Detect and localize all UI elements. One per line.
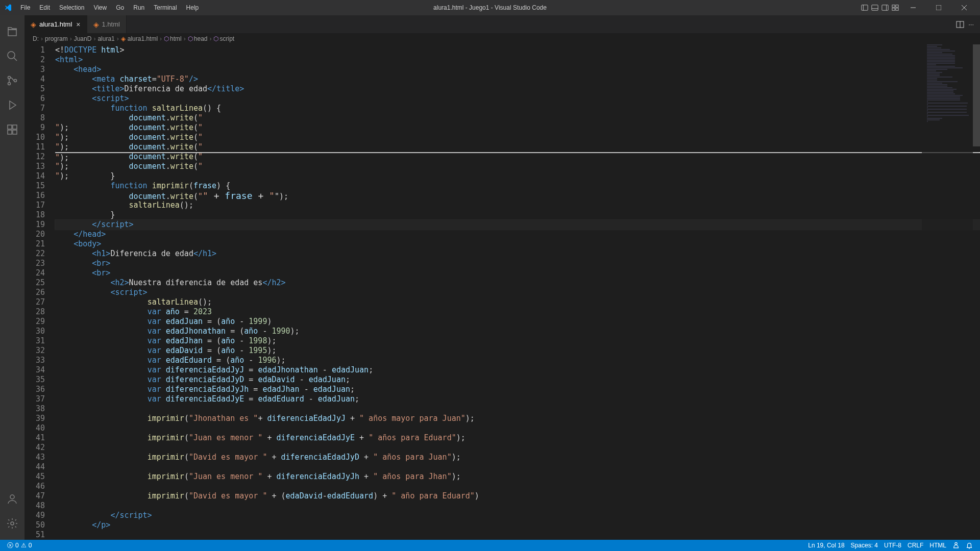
svg-point-18 [14, 80, 17, 82]
activity-extensions-icon[interactable] [0, 117, 24, 142]
symbol-icon: ⬡ [164, 35, 169, 42]
window-minimize-button[interactable] [901, 0, 925, 15]
svg-point-23 [10, 495, 14, 499]
svg-point-27 [955, 542, 957, 544]
layout-customize-icon[interactable] [891, 4, 899, 12]
svg-rect-6 [892, 5, 895, 7]
status-eol[interactable]: CRLF [904, 542, 926, 549]
breadcrumb-item[interactable]: script [219, 35, 234, 42]
svg-rect-20 [13, 125, 17, 129]
menu-help[interactable]: Help [182, 2, 203, 13]
status-language[interactable]: HTML [926, 542, 949, 549]
svg-rect-4 [882, 5, 888, 11]
symbol-icon: ⬡ [188, 35, 193, 42]
breadcrumb-item[interactable]: program [45, 35, 68, 42]
svg-rect-11 [936, 5, 941, 10]
html-file-icon: ◈ [31, 20, 36, 29]
status-errors[interactable]: ⓧ0⚠0 [4, 541, 35, 550]
breadcrumb-item[interactable]: D: [33, 35, 39, 42]
menu-terminal[interactable]: Terminal [150, 2, 181, 13]
activity-debug-icon[interactable] [0, 93, 24, 117]
split-editor-icon[interactable] [956, 20, 964, 29]
warning-icon: ⚠ [21, 542, 27, 549]
breadcrumb-item[interactable]: JuanD [74, 35, 92, 42]
svg-point-24 [11, 522, 14, 525]
code-editor[interactable]: 1234567891011121314151617181920212223242… [24, 44, 980, 540]
breadcrumb-item[interactable]: alura1 [97, 35, 114, 42]
editor-group: ◈alura1.html× ◈1.html ··· D:› program› J… [24, 15, 980, 540]
activity-bar [0, 15, 24, 540]
svg-rect-8 [892, 8, 895, 10]
scrollbar-thumb[interactable] [973, 44, 980, 146]
menu-selection[interactable]: Selection [55, 2, 88, 13]
menu-run[interactable]: Run [129, 2, 149, 13]
activity-source-control-icon[interactable] [0, 68, 24, 93]
window-maximize-button[interactable] [927, 0, 950, 15]
vscode-logo-icon [4, 4, 12, 12]
tab-bar: ◈alura1.html× ◈1.html ··· [24, 15, 980, 33]
svg-point-16 [8, 77, 11, 79]
svg-rect-9 [896, 8, 898, 10]
svg-point-17 [8, 83, 11, 85]
tab-label: 1.html [102, 20, 120, 28]
tab-alura1[interactable]: ◈alura1.html× [24, 15, 87, 33]
status-feedback-icon[interactable] [949, 542, 963, 549]
activity-explorer-icon[interactable] [0, 19, 24, 44]
symbol-icon: ⬡ [213, 35, 218, 42]
breadcrumbs[interactable]: D:› program› JuanD› alura1› ◈alura1.html… [24, 33, 980, 44]
layout-toggle-bottom-icon[interactable] [871, 4, 879, 12]
menu-edit[interactable]: Edit [35, 2, 54, 13]
svg-point-14 [8, 52, 15, 59]
svg-rect-19 [8, 125, 12, 129]
breadcrumb-item[interactable]: html [170, 35, 182, 42]
error-icon: ⓧ [7, 541, 13, 550]
status-encoding[interactable]: UTF-8 [881, 542, 904, 549]
tab-label: alura1.html [39, 20, 72, 28]
status-cursor-position[interactable]: Ln 19, Col 18 [805, 542, 847, 549]
tab-1html[interactable]: ◈1.html [87, 15, 127, 33]
activity-search-icon[interactable] [0, 44, 24, 68]
menu-bar: File Edit Selection View Go Run Terminal… [16, 2, 203, 13]
html-file-icon: ◈ [93, 20, 99, 29]
activity-settings-icon[interactable] [0, 511, 24, 536]
activity-account-icon[interactable] [0, 487, 24, 511]
menu-view[interactable]: View [89, 2, 111, 13]
svg-line-15 [14, 58, 17, 61]
line-numbers: 1234567891011121314151617181920212223242… [24, 44, 55, 540]
more-actions-icon[interactable]: ··· [968, 20, 974, 28]
status-notifications-icon[interactable] [963, 542, 976, 549]
menu-file[interactable]: File [16, 2, 34, 13]
svg-rect-7 [896, 5, 898, 7]
statusbar: ⓧ0⚠0 Ln 19, Col 18 Spaces: 4 UTF-8 CRLF … [0, 540, 980, 551]
status-indentation[interactable]: Spaces: 4 [848, 542, 881, 549]
menu-go[interactable]: Go [112, 2, 128, 13]
svg-rect-2 [872, 5, 878, 11]
editor-scrollbar[interactable] [973, 44, 980, 540]
svg-rect-0 [862, 5, 868, 11]
layout-toggle-right-icon[interactable] [881, 4, 889, 12]
layout-toggle-left-icon[interactable] [861, 4, 869, 12]
code-content[interactable]: <!DOCTYPE html><html> <head> <meta chars… [55, 44, 980, 540]
window-title: alura1.html - Juego1 - Visual Studio Cod… [433, 4, 547, 11]
window-close-button[interactable] [952, 0, 976, 15]
svg-rect-22 [13, 130, 17, 134]
html-file-icon: ◈ [121, 35, 126, 42]
svg-rect-21 [8, 130, 12, 134]
close-icon[interactable]: × [76, 20, 80, 29]
titlebar: File Edit Selection View Go Run Terminal… [0, 0, 980, 15]
breadcrumb-item[interactable]: alura1.html [128, 35, 158, 42]
breadcrumb-item[interactable]: head [194, 35, 208, 42]
